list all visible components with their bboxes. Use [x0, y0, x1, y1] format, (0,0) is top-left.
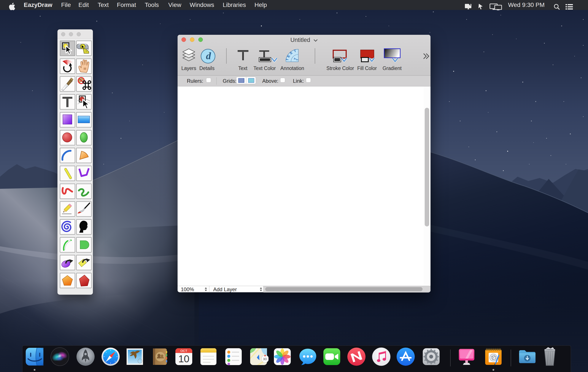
svg-text:3D: 3D	[263, 357, 267, 361]
svg-text:OCT: OCT	[180, 349, 187, 352]
svg-text:10: 10	[178, 353, 189, 364]
svg-text:d: d	[206, 50, 211, 61]
svg-text:I: I	[295, 59, 299, 60]
